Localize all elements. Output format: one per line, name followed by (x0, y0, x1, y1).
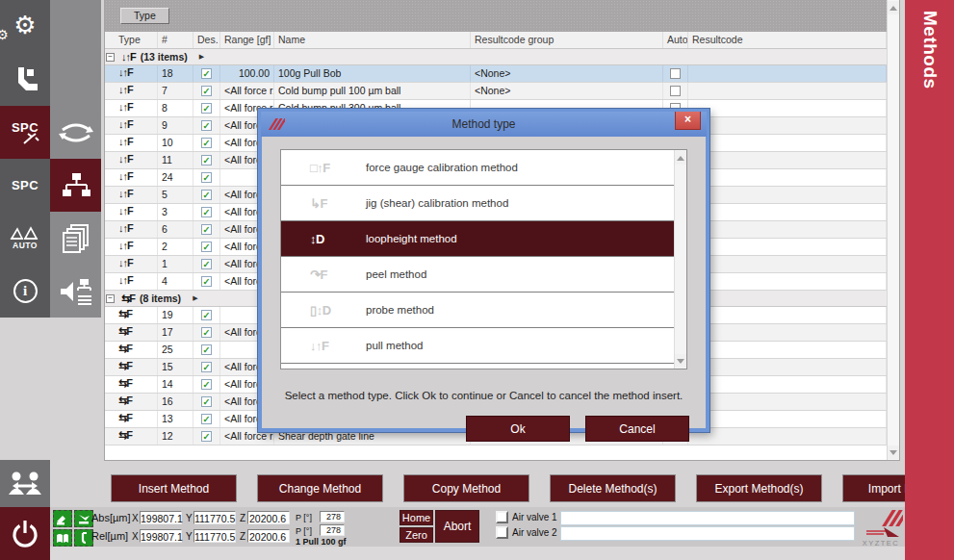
designated-checkbox[interactable]: ✓ (201, 396, 212, 407)
dialog-title-bar[interactable]: Method type × (261, 112, 707, 137)
tool-button-1[interactable] (53, 510, 72, 527)
column-header-name[interactable]: Name (274, 32, 471, 48)
collapse-icon[interactable]: − (106, 53, 115, 62)
cell-type-icon: ↓↑F (115, 117, 158, 134)
cell-type-icon: ⇆F (115, 394, 158, 410)
status-output-box-2 (560, 526, 855, 541)
method-type-option-peel[interactable]: ↷Fpeel method (281, 257, 686, 293)
sidebar-secondary (50, 0, 101, 318)
designated-checkbox[interactable]: ✓ (201, 172, 212, 183)
designated-checkbox[interactable]: ✓ (201, 155, 212, 165)
designated-checkbox[interactable]: ✓ (201, 327, 212, 338)
delete-methods-button[interactable]: Delete Method(s) (550, 474, 676, 502)
auto-checkbox[interactable] (670, 68, 681, 79)
designated-checkbox[interactable]: ✓ (201, 414, 212, 424)
designated-checkbox[interactable]: ✓ (201, 68, 212, 79)
method-type-option-force-gauge-calibration[interactable]: □↑Fforce gauge calibration method (281, 150, 686, 186)
tab-methods[interactable]: Methods (905, 0, 954, 560)
designated-checkbox[interactable]: ✓ (201, 362, 212, 372)
designated-checkbox[interactable]: ✓ (201, 190, 212, 200)
tool-button-2[interactable] (74, 510, 93, 527)
sidebar-item-transfer[interactable] (50, 106, 101, 159)
sidebar-item-settings[interactable]: ⚙⚙ (0, 0, 50, 53)
cell-indent (105, 256, 115, 272)
power-icon (9, 518, 41, 550)
cell-number: 15 (158, 359, 193, 375)
designated-checkbox[interactable]: ✓ (201, 379, 212, 390)
column-header-type[interactable]: Type (115, 32, 158, 48)
group-header-row[interactable]: −↓↑F(13 items)▶ (105, 49, 887, 65)
cell-type-icon: ⇆F (115, 411, 158, 427)
group-by-chip-type[interactable]: Type (120, 8, 169, 24)
column-header-resultcode-group[interactable]: Resultcode group (471, 32, 663, 48)
cell-type-icon: ↓↑F (115, 169, 158, 186)
tool-button-4[interactable] (74, 529, 93, 547)
insert-method-button[interactable]: Insert Method (111, 474, 237, 502)
cell-number: 14 (158, 376, 193, 393)
air-valve-2-checkbox[interactable] (496, 526, 508, 539)
export-methods-button[interactable]: Export Method(s) (696, 474, 822, 502)
designated-checkbox[interactable]: ✓ (201, 138, 212, 148)
designated-checkbox[interactable]: ✓ (201, 310, 212, 320)
designated-checkbox[interactable]: ✓ (201, 224, 212, 235)
air-valve-1-checkbox[interactable] (496, 511, 508, 523)
designated-checkbox[interactable]: ✓ (201, 120, 212, 131)
scroll-down-icon[interactable] (888, 445, 899, 459)
cell-indent (105, 376, 115, 393)
method-type-option-loopheight[interactable]: ↕Dloopheight method (281, 221, 686, 257)
table-row[interactable]: ↓↑F7✓<All force r...Cold bump pull 100 µ… (105, 83, 887, 100)
cancel-button[interactable]: Cancel (585, 416, 689, 442)
power-button[interactable] (0, 507, 50, 560)
method-type-label: peel method (366, 268, 426, 280)
zero-button[interactable]: Zero (400, 527, 433, 543)
column-header-range-gf[interactable]: Range [gf] (220, 32, 274, 48)
column-header-des[interactable]: Des. (193, 32, 220, 48)
table-row[interactable]: ↓↑F18✓100.00100g Pull Bob<None> (105, 65, 887, 83)
sidebar-item-info[interactable]: i (0, 265, 50, 318)
method-type-option-probe[interactable]: ▯↕Dprobe method (281, 293, 686, 328)
scroll-up-icon[interactable] (675, 151, 686, 165)
ok-button[interactable]: Ok (466, 416, 570, 442)
rel-label: Rel[µm] (91, 530, 124, 542)
designated-checkbox[interactable]: ✓ (201, 344, 212, 355)
sidebar-item-fixture[interactable] (0, 53, 50, 106)
designated-checkbox[interactable]: ✓ (201, 431, 212, 442)
cell-number: 8 (158, 100, 193, 116)
designated-checkbox[interactable]: ✓ (201, 103, 212, 114)
method-type-option-jig-shear-calibration[interactable]: ↳Fjig (shear) calibration method (281, 186, 686, 221)
cell-indent (105, 187, 115, 203)
cell-indent (105, 100, 115, 116)
change-method-button[interactable]: Change Method (257, 474, 383, 502)
sidebar-item-methods-tree[interactable] (50, 159, 101, 212)
column-header-resultcode[interactable]: Resultcode (688, 32, 887, 48)
home-button[interactable]: Home (400, 510, 433, 525)
close-icon[interactable]: × (675, 112, 701, 130)
sidebar-item-spc[interactable]: SPC (0, 159, 50, 212)
designated-checkbox[interactable]: ✓ (201, 276, 212, 287)
sidebar-item-copy-methods[interactable] (50, 212, 101, 265)
designated-checkbox[interactable]: ✓ (201, 259, 212, 269)
sidebar-item-machine-config[interactable] (50, 265, 101, 318)
xyztec-mini-logo-icon (268, 117, 285, 131)
designated-checkbox[interactable]: ✓ (201, 242, 212, 252)
copy-method-button[interactable]: Copy Method (403, 474, 529, 502)
method-type-option-pull[interactable]: ↓↑Fpull method (281, 328, 686, 364)
table-vertical-scrollbar[interactable] (887, 0, 899, 460)
auto-checkbox[interactable] (670, 86, 681, 96)
designated-checkbox[interactable]: ✓ (201, 86, 212, 96)
sidebar-item-auto[interactable]: AUTO (0, 212, 50, 265)
cell-type-icon: ↓↑F (115, 204, 158, 220)
column-header-auto[interactable]: Auto (663, 32, 688, 48)
designated-checkbox[interactable]: ✓ (201, 207, 212, 217)
scroll-up-icon[interactable] (888, 1, 899, 14)
auto-peaks-icon (10, 226, 40, 240)
tool-button-3[interactable] (53, 529, 72, 547)
scroll-down-icon[interactable] (675, 354, 686, 368)
method-list-scrollbar[interactable] (674, 150, 686, 369)
abort-button[interactable]: Abort (435, 510, 479, 543)
column-header-[interactable]: # (158, 32, 193, 48)
group-by-band: Type (105, 0, 899, 32)
sidebar-item-spc-tools[interactable]: SPC (0, 106, 50, 159)
sidebar-item-switch-user[interactable] (0, 460, 50, 507)
collapse-icon[interactable]: − (106, 294, 115, 303)
